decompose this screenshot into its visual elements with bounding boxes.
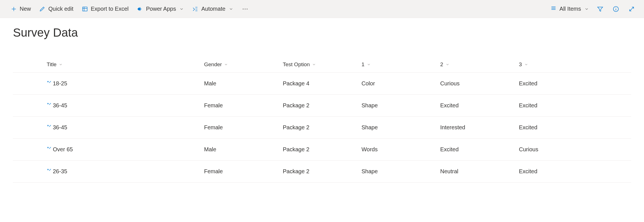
cell-title-text: 36-45 (53, 124, 67, 131)
chevron-down-icon (524, 63, 528, 66)
svg-marker-11 (598, 7, 603, 11)
cell-title[interactable]: 26-35 (47, 168, 204, 175)
new-button[interactable]: New (8, 4, 34, 14)
command-bar: New Quick edit Export to Excel Power App… (0, 0, 644, 18)
page-title: Survey Data (13, 26, 631, 39)
cell-title-text: 18-25 (53, 80, 67, 87)
view-selector-label: All Items (559, 6, 581, 12)
column-header-2[interactable]: 2 (440, 61, 519, 68)
cell-title[interactable]: 36-45 (47, 124, 204, 131)
excel-icon (82, 6, 88, 12)
column-header-1[interactable]: 1 (361, 61, 440, 68)
expand-button[interactable] (627, 5, 636, 14)
automate-label: Automate (201, 6, 225, 12)
cell-title[interactable]: 18-25 (47, 80, 204, 87)
svg-point-5 (243, 8, 243, 9)
table-row[interactable]: 36-45FemalePackage 2ShapeExcitedExcited (13, 95, 631, 117)
chevron-down-icon (367, 63, 371, 66)
new-item-icon (47, 102, 52, 107)
cell-2: Excited (440, 102, 519, 109)
new-item-icon (47, 168, 52, 173)
list-view-icon (550, 5, 557, 13)
column-header-label: Gender (204, 61, 222, 68)
cell-1: Shape (361, 102, 440, 109)
new-button-label: New (20, 6, 31, 12)
more-actions-button[interactable] (239, 4, 251, 14)
cell-3: Excited (519, 80, 598, 87)
svg-line-21 (49, 103, 51, 105)
cell-title-text: Over 65 (53, 146, 73, 153)
cell-3: Excited (519, 168, 598, 175)
cell-title[interactable]: Over 65 (47, 146, 204, 153)
column-header-label: 2 (440, 61, 443, 68)
column-header-title[interactable]: Title (47, 61, 204, 68)
cell-2: Neutral (440, 168, 519, 175)
quick-edit-label: Quick edit (48, 6, 73, 12)
column-header-label: 1 (361, 61, 365, 68)
export-excel-label: Export to Excel (91, 6, 129, 12)
cell-gender: Female (204, 102, 283, 109)
list-header: Title Gender Test Option 1 (13, 56, 631, 73)
cell-test-option: Package 2 (283, 146, 361, 153)
svg-line-24 (49, 125, 51, 127)
column-header-3[interactable]: 3 (519, 61, 598, 68)
export-excel-button[interactable]: Export to Excel (79, 4, 132, 14)
column-header-test-option[interactable]: Test Option (283, 61, 361, 68)
svg-line-15 (630, 7, 634, 11)
automate-button[interactable]: Automate (189, 4, 236, 14)
cell-gender: Male (204, 146, 283, 153)
cell-title-text: 36-45 (53, 102, 67, 109)
cell-2: Excited (440, 146, 519, 153)
cell-gender: Male (204, 80, 283, 87)
chevron-down-icon (312, 63, 316, 66)
table-row[interactable]: Over 65MalePackage 2WordsExcitedCurious (13, 139, 631, 161)
cell-3: Excited (519, 102, 598, 109)
table-row[interactable]: 36-45FemalePackage 2ShapeInterestedExcit… (13, 117, 631, 139)
filter-button[interactable] (596, 5, 605, 14)
power-apps-icon (137, 6, 143, 12)
svg-point-6 (245, 8, 245, 9)
new-item-icon (47, 124, 52, 129)
svg-point-7 (247, 8, 247, 9)
column-header-label: Test Option (283, 61, 310, 68)
cell-2: Interested (440, 124, 519, 131)
cell-test-option: Package 4 (283, 80, 361, 87)
chevron-down-icon (584, 7, 589, 11)
plus-icon (11, 6, 17, 12)
table-row[interactable]: 18-25MalePackage 4ColorCuriousExcited (13, 73, 631, 95)
power-apps-button[interactable]: Power Apps (134, 4, 187, 14)
cell-3: Curious (519, 146, 598, 153)
new-item-icon (47, 80, 52, 85)
cell-2: Curious (440, 80, 519, 87)
chevron-down-icon (229, 7, 233, 11)
cell-1: Shape (361, 124, 440, 131)
cell-title[interactable]: 36-45 (47, 102, 204, 109)
chevron-down-icon (446, 63, 449, 66)
cell-title-text: 26-35 (53, 168, 67, 175)
cell-gender: Female (204, 168, 283, 175)
svg-line-30 (49, 169, 51, 171)
quick-edit-button[interactable]: Quick edit (37, 4, 76, 14)
cell-1: Words (361, 146, 440, 153)
cell-3: Excited (519, 124, 598, 131)
power-apps-label: Power Apps (146, 6, 176, 12)
cell-test-option: Package 2 (283, 102, 361, 109)
column-header-gender[interactable]: Gender (204, 61, 283, 68)
svg-rect-2 (83, 7, 87, 11)
cell-test-option: Package 2 (283, 124, 361, 131)
automate-icon (192, 6, 198, 12)
new-item-icon (47, 146, 52, 151)
view-selector[interactable]: All Items (550, 5, 589, 13)
svg-line-18 (49, 81, 51, 83)
cell-test-option: Package 2 (283, 168, 361, 175)
svg-line-27 (49, 147, 51, 149)
cell-gender: Female (204, 124, 283, 131)
cell-1: Color (361, 80, 440, 87)
pencil-icon (39, 6, 46, 12)
list-view: Title Gender Test Option 1 (13, 56, 631, 183)
column-header-label: Title (47, 61, 57, 68)
column-header-label: 3 (519, 61, 522, 68)
chevron-down-icon (59, 63, 63, 66)
info-button[interactable] (611, 5, 620, 14)
table-row[interactable]: 26-35FemalePackage 2ShapeNeutralExcited (13, 161, 631, 183)
